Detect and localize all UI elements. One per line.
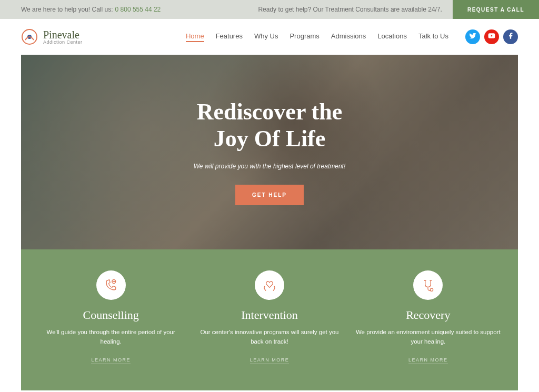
availability-text: Ready to get help? Our Treatment Consult… bbox=[258, 6, 442, 13]
service-intervention: Intervention Our center's innovative pro… bbox=[196, 270, 343, 364]
hero-subtitle: We will provide you with the highest lev… bbox=[194, 163, 346, 170]
learn-more-link[interactable]: LEARN MORE bbox=[250, 357, 290, 364]
hero-content: Rediscover the Joy Of Life We will provi… bbox=[21, 55, 518, 249]
youtube-link[interactable] bbox=[484, 29, 499, 44]
nav-items: Home Features Why Us Programs Admissions… bbox=[186, 32, 448, 42]
topbar-right: Ready to get help? Our Treatment Consult… bbox=[258, 0, 539, 19]
youtube-icon bbox=[488, 32, 495, 42]
service-counselling: Counselling We'll guide you through the … bbox=[37, 270, 185, 364]
get-help-button[interactable]: GET HELP bbox=[235, 185, 304, 205]
facebook-icon bbox=[507, 32, 514, 42]
main-nav: Home Features Why Us Programs Admissions… bbox=[186, 29, 518, 44]
nav-talk-to-us[interactable]: Talk to Us bbox=[418, 32, 448, 42]
svg-point-6 bbox=[431, 288, 433, 291]
nav-locations[interactable]: Locations bbox=[377, 32, 407, 42]
learn-more-link[interactable]: LEARN MORE bbox=[408, 357, 448, 364]
service-title: Recovery bbox=[354, 308, 502, 322]
service-desc: We provide an environment uniquely suite… bbox=[354, 327, 502, 347]
facebook-link[interactable] bbox=[503, 29, 518, 44]
logo-name: Pinevale bbox=[43, 29, 83, 40]
service-desc: We'll guide you through the entire perio… bbox=[37, 327, 185, 347]
logo-text: Pinevale Addiction Center bbox=[43, 29, 83, 45]
learn-more-link[interactable]: LEARN MORE bbox=[91, 357, 131, 364]
hands-heart-icon bbox=[255, 270, 284, 300]
svg-point-5 bbox=[114, 282, 115, 282]
service-desc: Our center's innovative programs will su… bbox=[196, 327, 343, 347]
logo-subtitle: Addiction Center bbox=[43, 40, 83, 45]
hero-section: Rediscover the Joy Of Life We will provi… bbox=[21, 55, 518, 249]
phone-chat-icon bbox=[96, 270, 126, 300]
logo[interactable]: Pinevale Addiction Center bbox=[21, 28, 83, 45]
topbar-help: We are here to help you! Call us: 0 800 … bbox=[21, 6, 161, 13]
nav-home[interactable]: Home bbox=[186, 32, 204, 42]
hero-title: Rediscover the Joy Of Life bbox=[197, 99, 343, 152]
stethoscope-icon bbox=[413, 270, 443, 300]
svg-point-3 bbox=[113, 282, 113, 282]
twitter-icon bbox=[469, 32, 476, 42]
top-bar: We are here to help you! Call us: 0 800 … bbox=[0, 0, 539, 19]
logo-icon bbox=[21, 28, 38, 45]
header: Pinevale Addiction Center Home Features … bbox=[0, 19, 539, 55]
social-links bbox=[465, 29, 518, 44]
service-title: Intervention bbox=[196, 308, 343, 322]
hero-title-line1: Rediscover the bbox=[197, 99, 343, 125]
request-call-button[interactable]: REQUEST A CALL bbox=[453, 0, 539, 19]
nav-why-us[interactable]: Why Us bbox=[254, 32, 278, 42]
nav-features[interactable]: Features bbox=[216, 32, 243, 42]
hero-title-line2: Joy Of Life bbox=[214, 126, 326, 152]
phone-number[interactable]: 0 800 555 44 22 bbox=[115, 6, 161, 13]
svg-point-4 bbox=[113, 282, 114, 282]
service-title: Counselling bbox=[37, 308, 185, 322]
services-section: Counselling We'll guide you through the … bbox=[21, 249, 518, 390]
nav-admissions[interactable]: Admissions bbox=[331, 32, 366, 42]
twitter-link[interactable] bbox=[465, 29, 480, 44]
help-text: We are here to help you! Call us: bbox=[21, 6, 113, 13]
nav-programs[interactable]: Programs bbox=[290, 32, 319, 42]
service-recovery: Recovery We provide an environment uniqu… bbox=[354, 270, 502, 364]
